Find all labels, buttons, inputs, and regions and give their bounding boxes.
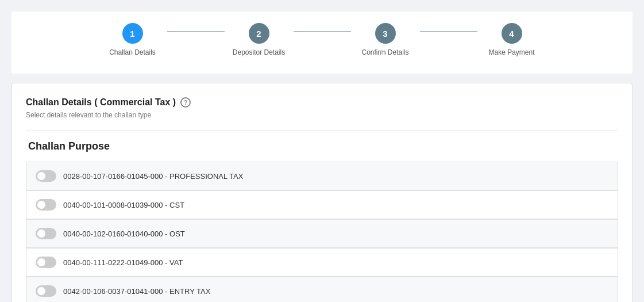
- step-wrapper: 1 Challan Details 2 Depositor Details 3 …: [98, 23, 546, 56]
- challan-details-card: Challan Details ( Commercial Tax ) ? Sel…: [11, 83, 633, 302]
- step-3-circle: 3: [375, 23, 396, 44]
- toggle-item3[interactable]: [36, 228, 56, 239]
- card-subtitle: Select details relevant to the challan t…: [26, 111, 618, 119]
- step-3-label: Confirm Details: [361, 48, 408, 56]
- toggle-track-item3: [36, 228, 56, 239]
- help-icon[interactable]: ?: [180, 97, 191, 108]
- step-4-circle: 4: [502, 23, 522, 44]
- toggle-track-item5: [36, 285, 56, 297]
- step-line-2: [294, 31, 351, 32]
- list-item[interactable]: 0042-00-106-0037-01041-000 - ENTRY TAX: [26, 277, 618, 302]
- list-item[interactable]: 0040-00-101-0008-01039-000 - CST: [26, 190, 618, 219]
- step-3: 3 Confirm Details: [351, 23, 420, 56]
- challan-label-item1: 0028-00-107-0166-01045-000 - PROFESSIONA…: [63, 172, 243, 181]
- step-2-number: 2: [256, 29, 261, 39]
- step-4: 4 Make Payment: [477, 23, 546, 56]
- step-3-number: 3: [383, 29, 387, 39]
- toggle-item1[interactable]: [36, 170, 56, 182]
- step-1: 1 Challan Details: [98, 23, 167, 56]
- card-title-text: Challan Details ( Commercial Tax ): [26, 97, 176, 108]
- section-divider: [26, 131, 618, 131]
- challan-label-item2: 0040-00-101-0008-01039-000 - CST: [63, 201, 184, 209]
- toggle-track-item2: [36, 199, 56, 211]
- toggle-item4[interactable]: [36, 257, 56, 268]
- challan-label-item5: 0042-00-106-0037-01041-000 - ENTRY TAX: [63, 287, 210, 296]
- toggle-track-item1: [36, 170, 56, 182]
- list-item[interactable]: 0040-00-102-0160-01040-000 - OST: [26, 219, 618, 248]
- page-container: 1 Challan Details 2 Depositor Details 3 …: [0, 0, 644, 302]
- step-2: 2 Depositor Details: [225, 23, 294, 56]
- section-heading: Challan Purpose: [26, 140, 618, 152]
- stepper: 1 Challan Details 2 Depositor Details 3 …: [11, 12, 633, 74]
- list-item[interactable]: 0040-00-111-0222-01049-000 - VAT: [26, 248, 618, 277]
- step-4-label: Make Payment: [488, 48, 534, 56]
- step-line-1: [167, 31, 225, 32]
- step-1-number: 1: [130, 29, 134, 39]
- step-1-label: Challan Details: [109, 48, 156, 56]
- challan-label-item3: 0040-00-102-0160-01040-000 - OST: [63, 230, 185, 238]
- challan-list: 0028-00-107-0166-01045-000 - PROFESSIONA…: [26, 162, 618, 302]
- step-1-circle: 1: [122, 23, 143, 44]
- step-line-3: [420, 31, 477, 32]
- toggle-item5[interactable]: [36, 285, 56, 297]
- toggle-item2[interactable]: [36, 199, 56, 211]
- list-item[interactable]: 0028-00-107-0166-01045-000 - PROFESSIONA…: [26, 162, 618, 190]
- step-4-number: 4: [509, 29, 514, 39]
- card-title: Challan Details ( Commercial Tax ) ?: [26, 97, 618, 108]
- step-2-label: Depositor Details: [233, 48, 285, 56]
- step-2-circle: 2: [249, 23, 269, 44]
- challan-label-item4: 0040-00-111-0222-01049-000 - VAT: [63, 258, 183, 267]
- toggle-track-item4: [36, 257, 56, 268]
